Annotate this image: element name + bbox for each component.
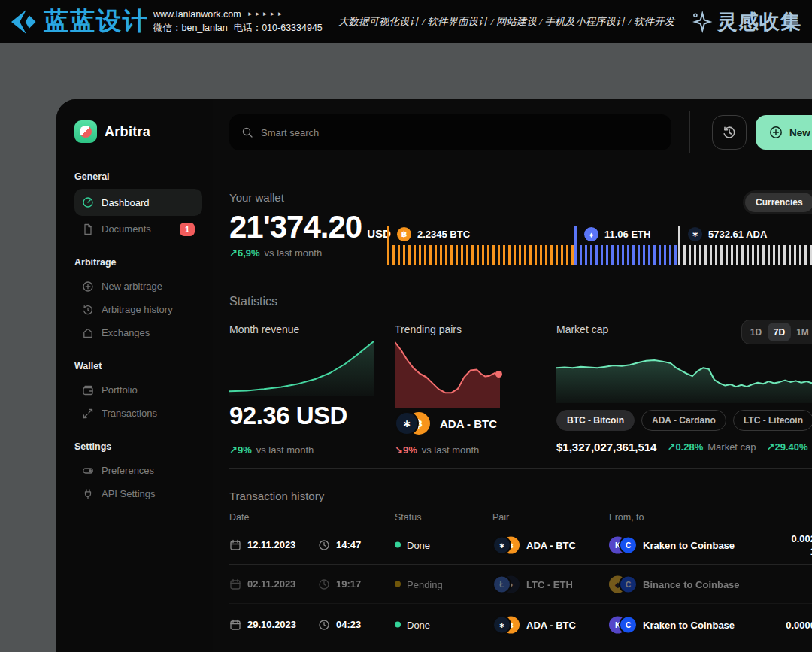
calendar-icon — [229, 619, 241, 631]
lanlan-logo[interactable]: 蓝蓝设计 — [0, 5, 150, 38]
sidebar-item-arbitrage-history[interactable]: Arbitrage history — [74, 298, 202, 321]
trending-pair: ฿ ∗ ADA - BTC — [395, 412, 497, 435]
status-dot-done — [395, 622, 401, 628]
banner-website[interactable]: www.lanlanwork.com — [153, 9, 241, 20]
table-row[interactable]: 12.11.2023 14:47 Done ฿ ∗ ADA - BTC K C … — [229, 526, 812, 565]
up-arrow-icon: ↗ — [767, 441, 775, 453]
clock-icon — [318, 619, 330, 631]
tx-amount: 0.0000 — [786, 618, 812, 631]
sidebar-section-arbitrage: Arbitrage — [74, 257, 202, 268]
coinbase-icon: C — [619, 575, 638, 593]
banner-arrows: ►►►►► — [247, 11, 285, 17]
table-row[interactable]: 29.10.2023 04:23 Done ฿ ∗ ADA - BTC K C … — [229, 605, 812, 644]
market-cap-value: $1,327,027,361,514 — [556, 441, 656, 453]
plug-icon — [82, 488, 94, 500]
tab-currencies[interactable]: Currencies — [745, 193, 812, 212]
app-brand[interactable]: Arbitra — [74, 120, 202, 143]
eth-amount: 11.06 ETH — [604, 229, 650, 240]
chart-end-dot — [495, 371, 502, 378]
ltc-icon: Ł — [492, 575, 511, 593]
dashboard-window: Arbitra General Dashboard Documents 1 Ar… — [56, 99, 812, 652]
app-name: Arbitra — [105, 124, 150, 140]
ada-icon: ∗ — [688, 227, 702, 241]
holding-eth: ♦ 11.06 ETH — [574, 226, 678, 265]
up-arrow-icon: ↗ — [667, 441, 675, 453]
market-cap-pair-tabs: BTC - Bitcoin ADA - Cardano LTC - Liteco… — [556, 410, 812, 431]
tx-time: 14:47 — [336, 539, 361, 550]
new-arbitrage-button[interactable]: New arbitrage — [756, 115, 812, 150]
history-button[interactable] — [712, 115, 747, 150]
sidebar-item-new-arbitrage[interactable]: New arbitrage — [74, 274, 202, 298]
holding-btc: ฿ 2.2345 BTC — [387, 226, 574, 265]
wallet-balance: 21'374.20 USD — [229, 209, 391, 245]
sidebar-item-label: API Settings — [102, 488, 195, 499]
wallet-change-note: vs last month — [265, 247, 323, 259]
wallet-change: ↗6,9% vs last month — [229, 247, 322, 259]
coinbase-icon: C — [619, 535, 638, 554]
statistics-title: Statistics — [229, 295, 277, 308]
new-arbitrage-label: New arbitrage — [789, 127, 812, 138]
sidebar-item-label: Transactions — [102, 408, 195, 419]
sidebar-item-exchanges[interactable]: Exchanges — [74, 321, 202, 344]
trending-change-value: 9% — [403, 444, 417, 456]
status-label: Done — [407, 619, 430, 630]
trending-pairs-chart — [395, 340, 500, 408]
pair-tab-ada[interactable]: ADA - Cardano — [641, 410, 726, 431]
dashboard-gauge-icon — [82, 196, 94, 208]
banner-wechat: 微信：ben_lanlan — [153, 22, 228, 35]
history-clock-icon — [722, 125, 737, 140]
pair-label: ADA - BTC — [526, 619, 576, 630]
up-arrow-icon: ↗ — [229, 247, 238, 259]
inspiration-collect[interactable]: 灵感收集 — [690, 8, 812, 35]
lanlan-logo-text: 蓝蓝设计 — [44, 5, 149, 38]
cap-change-label: Market cap — [707, 441, 756, 453]
trending-pair-name: ADA - BTC — [440, 417, 497, 430]
month-revenue-chart — [229, 341, 374, 396]
wallet-title: Your wallet — [229, 191, 284, 204]
history-icon — [82, 304, 94, 316]
month-revenue-change: ↗9% vs last month — [229, 444, 314, 456]
banner-contact: www.lanlanwork.com ►►►►► 微信：ben_lanlan 电… — [153, 9, 323, 35]
col-from-to: From, to — [609, 512, 644, 523]
time-range-switch: 1D 7D 1M — [741, 320, 812, 344]
calendar-icon — [229, 578, 241, 590]
sidebar-item-label: Exchanges — [102, 327, 195, 338]
eth-icon: ♦ — [584, 227, 598, 241]
ada-icon: ∗ — [395, 411, 419, 435]
trending-change: ↘9% vs last month — [395, 444, 479, 456]
pair-tab-ltc[interactable]: LTC - Litecoin — [733, 410, 812, 431]
table-row[interactable]: 02.11.2023 19:17 Pending ♦ Ł LTC - ETH ◆… — [229, 565, 812, 604]
banner-phone: 电话：010-63334945 — [234, 22, 323, 35]
tx-amount: 0.0021 — [791, 532, 812, 558]
sidebar-item-portfolio[interactable]: Portfolio — [74, 378, 202, 402]
calendar-icon — [229, 539, 241, 551]
range-1m[interactable]: 1M — [791, 323, 812, 341]
search-input[interactable] — [261, 127, 659, 138]
status-label: Pending — [407, 578, 443, 590]
tx-date: 12.11.2023 — [247, 539, 295, 550]
sparkle-star-icon — [690, 11, 713, 33]
search-icon — [241, 126, 253, 138]
document-icon — [82, 223, 94, 235]
sidebar-item-documents[interactable]: Documents 1 — [74, 217, 202, 241]
eth-ticker-bar — [580, 245, 678, 265]
col-date: Date — [229, 512, 249, 523]
col-pair: Pair — [492, 512, 509, 523]
month-revenue-value: 92.36 USD — [229, 402, 347, 430]
range-1d[interactable]: 1D — [744, 323, 768, 341]
status-label: Done — [407, 539, 430, 550]
sidebar-item-label: Portfolio — [102, 384, 195, 396]
route-label: Binance to Coinbase — [643, 578, 740, 590]
sidebar-item-preferences[interactable]: Preferences — [74, 459, 202, 482]
col-status: Status — [395, 512, 421, 523]
search-bar[interactable] — [229, 114, 671, 150]
sidebar-item-label: Dashboard — [102, 197, 195, 208]
range-7d[interactable]: 7D — [768, 323, 791, 341]
pair-tab-btc[interactable]: BTC - Bitcoin — [556, 410, 635, 431]
ada-ticker-bar — [683, 245, 812, 265]
sidebar-item-dashboard[interactable]: Dashboard — [74, 189, 202, 216]
sidebar-item-transactions[interactable]: Transactions — [74, 402, 202, 425]
sidebar-item-label: Documents — [102, 223, 172, 235]
sidebar-item-api-settings[interactable]: API Settings — [74, 482, 202, 505]
wallet-icon — [82, 384, 94, 396]
